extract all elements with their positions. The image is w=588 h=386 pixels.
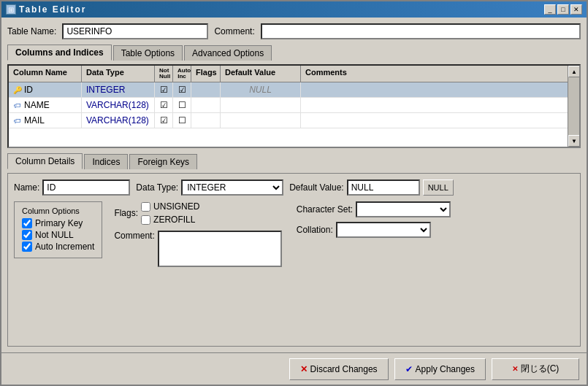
row-mail-ai: ☐ (173, 113, 191, 128)
name-input[interactable] (42, 180, 130, 196)
tab-indices[interactable]: Indices (84, 154, 128, 169)
details-middle-row: Column Options Primary Key Not NULL Auto… (14, 201, 574, 267)
zerofill-checkbox[interactable] (141, 215, 150, 225)
row-name-type: VARCHAR(128) (82, 98, 155, 112)
default-value-input[interactable] (347, 180, 420, 196)
apply-label: Apply Changes (416, 364, 475, 374)
title-bar-left: ⊞ Table Editor (6, 4, 86, 15)
comment-group: Comment: (114, 231, 281, 267)
zerofill-row: ZEROFILL (141, 215, 199, 225)
unsigned-checkbox[interactable] (141, 202, 150, 212)
not-null-header: NotNull (155, 66, 173, 82)
flags-group: Flags: UNSIGNED ZEROFILL (114, 201, 281, 225)
scroll-up-button[interactable]: ▲ (568, 66, 580, 77)
null-button[interactable]: NULL (423, 180, 454, 196)
row-mail-nn: ☑ (155, 113, 173, 128)
row-mail-default (221, 113, 301, 128)
scroll-down-button[interactable]: ▼ (568, 135, 580, 147)
columns-table: Column Name Data Type NotNull AutoInc Fl… (7, 64, 581, 148)
comments-header: Comments (301, 66, 579, 82)
col-options-title: Column Options (22, 206, 94, 215)
tab-table-options[interactable]: Table Options (113, 45, 183, 61)
primary-key-row: Primary Key (22, 218, 94, 228)
name-field-group: Name: (14, 180, 130, 196)
row-icon: 🏷 (13, 101, 22, 109)
row-id-type: INTEGER (82, 82, 155, 97)
discard-button[interactable]: ✕ Discard Changes (289, 358, 389, 380)
row-name-ai: ☐ (173, 98, 191, 112)
auto-increment-checkbox[interactable] (22, 242, 32, 252)
discard-icon: ✕ (300, 364, 308, 374)
minimize-button[interactable]: _ (544, 4, 556, 15)
row-id-flags (191, 82, 221, 97)
table-row[interactable]: 🔑 ID INTEGER ☑ ☑ NULL (9, 82, 579, 98)
row-name-name: 🏷 NAME (9, 98, 82, 112)
char-set-select[interactable] (356, 201, 451, 217)
default-header: Default Value (221, 66, 301, 82)
discard-label: Discard Changes (310, 364, 378, 374)
apply-icon: ✔ (405, 364, 413, 374)
comment-input[interactable] (261, 23, 581, 39)
close-button[interactable]: ✕ (570, 4, 582, 15)
tab-column-details[interactable]: Column Details (7, 153, 83, 169)
row-id-name: 🔑 ID (9, 82, 82, 97)
data-type-header: Data Type (82, 66, 155, 82)
maximize-button[interactable]: □ (557, 4, 569, 15)
row-mail-type: VARCHAR(128) (82, 113, 155, 128)
default-field-group: Default Value: NULL (289, 180, 454, 196)
flags-comment-area: Flags: UNSIGNED ZEROFILL (114, 201, 281, 267)
key-icon: 🔑 (13, 85, 22, 94)
apply-button[interactable]: ✔ Apply Changes (394, 358, 486, 380)
table-row[interactable]: 🏷 NAME VARCHAR(128) ☑ ☐ (9, 98, 579, 113)
comment-label: Comment: (214, 26, 254, 36)
unsigned-row: UNSIGNED (141, 201, 199, 212)
flags-header: Flags (191, 66, 221, 82)
data-type-label: Data Type: (136, 182, 178, 193)
zerofill-label: ZEROFILL (153, 215, 195, 225)
primary-key-checkbox[interactable] (22, 218, 32, 228)
not-null-checkbox[interactable] (22, 230, 32, 240)
window-title: Table Editor (19, 4, 86, 15)
auto-increment-row: Auto Increment (22, 242, 94, 252)
row-name-nn: ☑ (155, 98, 173, 112)
tab-advanced-options[interactable]: Advanced Options (184, 45, 272, 61)
close-icon: ✕ (512, 365, 518, 373)
main-window: ⊞ Table Editor _ □ ✕ Table Name: Comment… (0, 0, 588, 386)
row-name-flags (191, 98, 221, 112)
auto-increment-label: Auto Increment (35, 242, 94, 252)
detail-tabs: Column Details Indices Foreign Keys (7, 153, 581, 169)
name-label: Name: (14, 182, 39, 193)
table-header: Column Name Data Type NotNull AutoInc Fl… (9, 66, 579, 82)
close-label: 閉じる(C) (521, 363, 560, 375)
content-area: Table Name: Comment: Columns and Indices… (1, 18, 587, 352)
table-row[interactable]: 🏷 MAIL VARCHAR(128) ☑ ☐ (9, 113, 579, 128)
row-mail-flags (191, 113, 221, 128)
tab-columns-indices[interactable]: Columns and Indices (7, 45, 112, 61)
table-name-label: Table Name: (7, 26, 56, 36)
data-type-select[interactable]: INTEGER VARCHAR(128) TEXT DATE (181, 180, 283, 196)
window-controls: _ □ ✕ (544, 4, 582, 15)
table-name-input[interactable] (62, 23, 208, 39)
column-options-box: Column Options Primary Key Not NULL Auto… (14, 201, 102, 258)
not-null-row: Not NULL (22, 230, 94, 240)
primary-key-label: Primary Key (35, 218, 83, 228)
title-bar: ⊞ Table Editor _ □ ✕ (1, 1, 587, 18)
row-mail-comments (301, 113, 579, 128)
app-icon: ⊞ (6, 4, 16, 15)
tab-foreign-keys[interactable]: Foreign Keys (129, 154, 197, 169)
row-name-comments (301, 98, 579, 112)
close-button[interactable]: ✕ 閉じる(C) (492, 358, 579, 380)
comment-textarea[interactable] (158, 231, 282, 267)
collation-row: Collation: (297, 222, 451, 238)
row-name-default (221, 98, 301, 112)
main-tabs: Columns and Indices Table Options Advanc… (7, 44, 581, 60)
comment-row-label: Comment: (114, 231, 154, 241)
row-mail-name: 🏷 MAIL (9, 113, 82, 128)
col-name-header: Column Name (9, 66, 82, 82)
row-id-nn: ☑ (155, 82, 173, 97)
collation-select[interactable] (336, 222, 431, 238)
vertical-scrollbar[interactable]: ▲ ▼ (568, 66, 579, 147)
flags-checkboxes: UNSIGNED ZEROFILL (141, 201, 199, 225)
bottom-bar: ✕ Discard Changes ✔ Apply Changes ✕ 閉じる(… (1, 352, 587, 385)
details-panel: Name: Data Type: INTEGER VARCHAR(128) TE… (7, 173, 581, 347)
